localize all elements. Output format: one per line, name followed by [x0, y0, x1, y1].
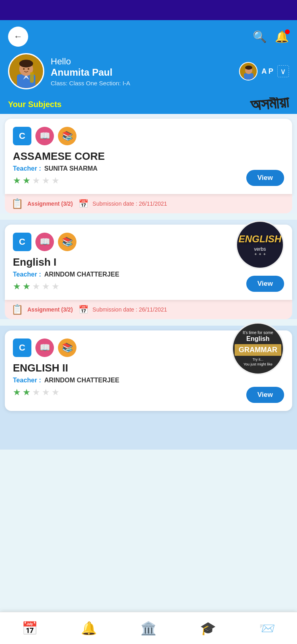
english2-view-button[interactable]: View	[246, 387, 284, 403]
nav-messages[interactable]: 📨	[259, 621, 275, 636]
search-button[interactable]: 🔍	[253, 30, 267, 43]
english2-teacher-name: ARINDOM CHATTERJEE	[44, 377, 119, 384]
header-top: ← 🔍 🔔	[8, 27, 289, 47]
grammar-english-text: English	[246, 335, 270, 343]
schedule-icon: 📅	[22, 621, 38, 636]
star-5: ★	[52, 175, 60, 186]
profile-info: Hello Anumita Paul Class: Class One Sect…	[51, 56, 233, 87]
icon-badge-book-assamese: 📖	[35, 127, 54, 145]
english-thumb-decor: ✦ ✦ ✦	[239, 252, 282, 256]
icon-badge-books-assamese: 📚	[58, 127, 76, 145]
assignment-icon-english1: 📋	[11, 304, 23, 315]
english-thumb-bg: ENGLISH verbs ✦ ✦ ✦	[237, 222, 283, 268]
calendar-icon-assamese: 📅	[78, 199, 89, 208]
svg-rect-5	[30, 72, 34, 83]
assamese-assignment-text: Assignment (3/2)	[27, 200, 73, 207]
icon-badge-c-english2: C	[13, 339, 31, 357]
assamese-teacher-row: Teacher : SUNITA SHARMA	[13, 165, 284, 172]
subjects-header-area: Your Subjects অসমীয়া	[0, 97, 297, 114]
messages-icon: 📨	[259, 621, 275, 636]
english1-assignment-bar: 📋 Assignment (3/2) 📅 Submission date : 2…	[5, 300, 292, 319]
icon-badge-books-english1: 📚	[58, 233, 76, 251]
notification-dot	[285, 29, 290, 34]
bottom-nav: 📅 🔔 🏛️ 🎓 📨	[0, 612, 297, 644]
assamese-view-button[interactable]: View	[246, 170, 284, 186]
svg-point-4	[19, 60, 33, 67]
english2-teacher-row: Teacher : ARINDOM CHATTERJEE	[13, 377, 284, 384]
calendar-icon-english1: 📅	[78, 305, 89, 314]
assamese-teacher-label: Teacher :	[13, 165, 41, 172]
assamese-icons-row: C 📖 📚	[13, 127, 284, 145]
class-info: Class: Class One Section: I-A	[51, 80, 233, 87]
english1-teacher-name: ARINDOM CHATTERJEE	[44, 271, 119, 278]
english1-submission-text: Submission date : 26/11/2021	[93, 306, 167, 313]
avatar-small[interactable]	[239, 62, 258, 80]
icon-badge-book-english2: 📖	[35, 339, 54, 357]
assamese-title: ASSAMESE CORE	[13, 150, 284, 163]
english1-teacher-label: Teacher :	[13, 271, 41, 278]
star-2: ★	[23, 175, 31, 186]
avatar-large	[8, 53, 44, 89]
profile-small-section: A P ∨	[239, 62, 289, 80]
grammar-top-text: It's time for some	[243, 330, 273, 335]
english1-teacher-row: Teacher : ARINDOM CHATTERJEE	[13, 271, 284, 278]
assamese-submission-text: Submission date : 26/11/2021	[93, 200, 167, 207]
profile-dropdown[interactable]: ∨	[277, 65, 289, 77]
english1-card: ENGLISH verbs ✦ ✦ ✦ C 📖 📚 English I Teac…	[5, 225, 292, 300]
svg-rect-9	[244, 73, 254, 80]
home-icon: 🏛️	[140, 621, 157, 636]
nav-learn[interactable]: 🎓	[200, 621, 216, 636]
grammar-bottom-text2: You just might like	[243, 362, 272, 367]
star-1: ★	[13, 281, 21, 292]
english2-teacher-label: Teacher :	[13, 377, 41, 384]
assamese-header-text: অসমীয়া	[250, 97, 290, 114]
english2-stars: ★ ★ ★ ★ ★	[13, 387, 284, 398]
notification-button[interactable]: 🔔	[275, 30, 289, 43]
assamese-teacher-name: SUNITA SHARMA	[44, 165, 97, 172]
nav-schedule[interactable]: 📅	[22, 621, 38, 636]
back-icon: ←	[14, 31, 23, 42]
nav-home[interactable]: 🏛️	[140, 621, 157, 636]
star-2: ★	[23, 281, 31, 292]
svg-point-6	[23, 68, 25, 70]
star-4: ★	[42, 387, 50, 398]
svg-point-11	[245, 66, 252, 70]
english1-view-button[interactable]: View	[246, 276, 284, 292]
learn-icon: 🎓	[200, 621, 216, 636]
english1-wrapper: ENGLISH verbs ✦ ✦ ✦ C 📖 📚 English I Teac…	[0, 225, 297, 319]
header-icons: 🔍 🔔	[253, 30, 289, 43]
grammar-bottom-text: Try it...	[252, 357, 263, 362]
star-3: ★	[32, 281, 40, 292]
icon-badge-books-english2: 📚	[58, 339, 76, 357]
profile-initials: A P	[262, 67, 273, 76]
user-name: Anumita Paul	[51, 67, 233, 78]
svg-point-7	[28, 68, 29, 70]
icon-badge-c-english1: C	[13, 233, 31, 251]
english2-thumbnail: It's time for some English GRAMMAR Try i…	[232, 322, 284, 375]
star-3: ★	[32, 175, 40, 186]
icon-badge-book-english1: 📖	[35, 233, 54, 251]
search-icon: 🔍	[253, 31, 267, 43]
english2-card: It's time for some English GRAMMAR Try i…	[5, 330, 292, 411]
english2-wrapper: It's time for some English GRAMMAR Try i…	[0, 330, 297, 411]
header: ← 🔍 🔔	[0, 20, 297, 97]
profile-section: Hello Anumita Paul Class: Class One Sect…	[8, 53, 289, 89]
cards-area: C 📖 📚 ASSAMESE CORE Teacher : SUNITA SHA…	[0, 114, 297, 490]
subjects-label: Your Subjects	[8, 100, 289, 109]
star-2: ★	[23, 387, 31, 398]
grammar-thumb-bg: It's time for some English GRAMMAR Try i…	[233, 324, 283, 374]
grammar-main-text: GRAMMAR	[235, 344, 281, 356]
star-3: ★	[32, 387, 40, 398]
back-button[interactable]: ←	[8, 27, 28, 47]
icon-badge-c-assamese: C	[13, 127, 31, 145]
assamese-wrapper: C 📖 📚 ASSAMESE CORE Teacher : SUNITA SHA…	[0, 119, 297, 213]
english2-section: It's time for some English GRAMMAR Try i…	[0, 326, 297, 450]
star-5: ★	[52, 387, 60, 398]
star-1: ★	[13, 387, 21, 398]
avatar-small-svg	[240, 63, 258, 80]
star-4: ★	[42, 281, 50, 292]
english1-assignment-text: Assignment (3/2)	[27, 306, 73, 313]
nav-alerts[interactable]: 🔔	[81, 621, 97, 636]
english1-section: ENGLISH verbs ✦ ✦ ✦ C 📖 📚 English I Teac…	[0, 220, 297, 319]
star-1: ★	[13, 175, 21, 186]
